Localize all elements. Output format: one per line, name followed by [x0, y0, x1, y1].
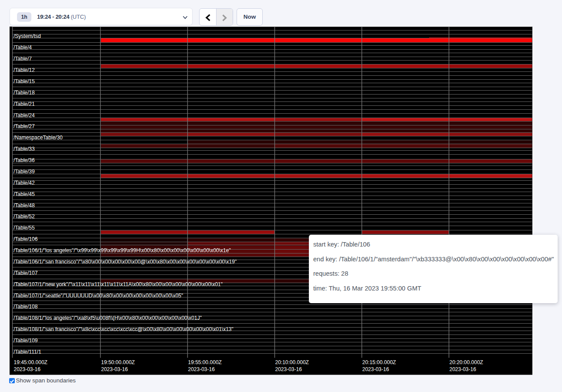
- svg-text:20:15:00.000Z: 20:15:00.000Z: [362, 359, 396, 365]
- svg-text:/Table/48: /Table/48: [14, 203, 35, 209]
- svg-text:/Table/106/1/"los angeles"/"\x: /Table/106/1/"los angeles"/"\x99\x99\x99…: [14, 247, 231, 253]
- svg-text:/Table/33: /Table/33: [14, 146, 35, 152]
- svg-text:/Table/107/1/"seattle"/"UUUUUU: /Table/107/1/"seattle"/"UUUUUUD\x00\x80\…: [14, 293, 183, 299]
- svg-text:2023-03-16: 2023-03-16: [188, 366, 215, 372]
- svg-text:/Table/24: /Table/24: [14, 112, 35, 118]
- svg-text:2023-03-16: 2023-03-16: [14, 366, 41, 372]
- svg-text:2023-03-16: 2023-03-16: [450, 366, 477, 372]
- svg-text:/Table/39: /Table/39: [14, 169, 35, 175]
- svg-text:/Table/7: /Table/7: [14, 56, 32, 62]
- svg-text:/Table/108/1/"san francisco"/": /Table/108/1/"san francisco"/"\x8c\xcc\x…: [14, 326, 234, 332]
- svg-text:20:20:00.000Z: 20:20:00.000Z: [450, 359, 483, 365]
- svg-text:/Table/108/1/"los angeles"/"\x: /Table/108/1/"los angeles"/"\xa8\xf5\u00…: [14, 315, 202, 321]
- svg-text:/Table/12: /Table/12: [14, 67, 35, 73]
- svg-text:/Table/106/1/"san francisco"/": /Table/106/1/"san francisco"/"\x80\x00\x…: [14, 259, 237, 265]
- svg-text:/Table/45: /Table/45: [14, 191, 35, 197]
- svg-text:/Table/27: /Table/27: [14, 123, 35, 129]
- svg-text:/Table/106: /Table/106: [14, 236, 38, 242]
- svg-text:/Table/4: /Table/4: [14, 44, 32, 51]
- svg-text:2023-03-16: 2023-03-16: [362, 366, 389, 372]
- svg-text:/System/tsd: /System/tsd: [14, 33, 41, 39]
- svg-text:/Table/108: /Table/108: [14, 304, 38, 310]
- svg-text:/Table/55: /Table/55: [14, 225, 35, 231]
- svg-text:20:10:00.000Z: 20:10:00.000Z: [275, 359, 309, 365]
- svg-text:2023-03-16: 2023-03-16: [275, 366, 302, 372]
- svg-text:/Table/18: /Table/18: [14, 90, 35, 96]
- svg-text:/Table/111/1: /Table/111/1: [14, 349, 41, 355]
- svg-text:/Table/109: /Table/109: [14, 338, 38, 344]
- svg-text:2023-03-16: 2023-03-16: [101, 366, 128, 372]
- svg-text:19:45:00.000Z: 19:45:00.000Z: [14, 359, 47, 365]
- svg-text:/NamespaceTable/30: /NamespaceTable/30: [14, 135, 63, 141]
- svg-text:/Table/21: /Table/21: [14, 101, 35, 107]
- svg-text:19:55:00.000Z: 19:55:00.000Z: [188, 359, 222, 365]
- svg-text:/Table/107: /Table/107: [14, 270, 38, 276]
- svg-text:/Table/36: /Table/36: [14, 157, 35, 163]
- svg-text:/Table/15: /Table/15: [14, 78, 35, 84]
- svg-text:/Table/52: /Table/52: [14, 213, 35, 220]
- svg-text:19:50:00.000Z: 19:50:00.000Z: [101, 359, 135, 365]
- svg-text:/Table/107/1/"new york"/"\x11\: /Table/107/1/"new york"/"\x11\x11\x11\x1…: [14, 281, 223, 287]
- svg-text:/Table/42: /Table/42: [14, 180, 35, 186]
